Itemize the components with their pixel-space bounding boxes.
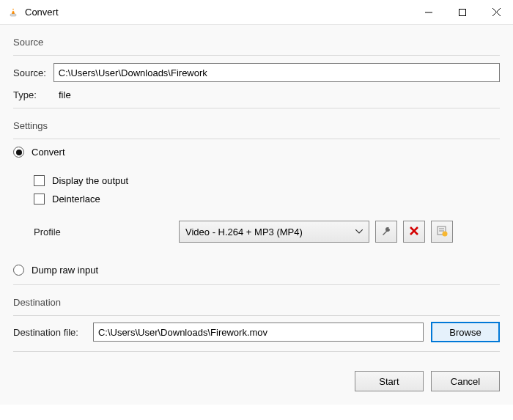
start-button[interactable]: Start <box>355 371 424 391</box>
destination-group: Destination Destination file: Browse <box>13 297 500 359</box>
chevron-down-icon <box>355 229 363 234</box>
settings-legend: Settings <box>13 120 500 133</box>
checkbox-icon <box>34 175 45 186</box>
destination-legend: Destination <box>13 297 500 309</box>
svg-rect-0 <box>10 14 16 16</box>
source-legend: Source <box>13 37 500 49</box>
start-button-label: Start <box>379 376 399 387</box>
client-area: Source Source: Type: file Settings Conve… <box>0 25 513 405</box>
svg-rect-1 <box>12 10 14 11</box>
display-output-checkbox[interactable]: Display the output <box>34 175 500 186</box>
checkbox-icon <box>34 194 45 205</box>
convert-radio-label: Convert <box>32 147 65 158</box>
dump-raw-radio[interactable]: Dump raw input <box>13 265 500 276</box>
maximize-button[interactable] <box>446 0 479 25</box>
deinterlace-checkbox[interactable]: Deinterlace <box>34 194 500 205</box>
delete-x-icon <box>409 226 419 238</box>
delete-profile-button[interactable] <box>403 221 425 243</box>
divider <box>13 284 500 285</box>
app-icon <box>7 7 19 18</box>
settings-group: Settings Convert Display the output Dein… <box>13 120 500 292</box>
browse-button-label: Browse <box>449 327 481 338</box>
window-title: Convert <box>25 7 412 18</box>
type-label: Type: <box>13 89 51 100</box>
source-label: Source: <box>13 67 46 78</box>
footer: Start Cancel <box>13 371 500 391</box>
divider <box>13 315 500 316</box>
close-button[interactable] <box>479 0 513 25</box>
dump-raw-label: Dump raw input <box>32 265 98 276</box>
svg-point-11 <box>443 231 448 236</box>
titlebar: Convert <box>0 0 513 25</box>
type-value: file <box>59 89 71 100</box>
destination-input[interactable] <box>93 323 424 342</box>
divider <box>13 55 500 56</box>
minimize-button[interactable] <box>412 0 446 25</box>
profile-combobox[interactable]: Video - H.264 + MP3 (MP4) <box>179 221 369 243</box>
edit-profile-button[interactable] <box>375 221 397 243</box>
new-profile-button[interactable] <box>431 221 453 243</box>
cancel-button-label: Cancel <box>451 376 480 387</box>
svg-rect-3 <box>460 9 466 15</box>
divider <box>13 108 500 108</box>
new-profile-icon <box>436 225 448 239</box>
radio-icon <box>13 265 24 276</box>
browse-button[interactable]: Browse <box>431 322 500 342</box>
divider <box>13 139 500 139</box>
display-output-label: Display the output <box>52 175 128 186</box>
source-input[interactable] <box>53 63 500 82</box>
profile-value: Video - H.264 + MP3 (MP4) <box>185 226 303 237</box>
deinterlace-label: Deinterlace <box>52 194 100 205</box>
radio-icon <box>13 147 24 158</box>
cancel-button[interactable]: Cancel <box>431 371 500 391</box>
wrench-icon <box>380 225 392 239</box>
profile-label: Profile <box>34 226 173 237</box>
convert-radio[interactable]: Convert <box>13 147 500 158</box>
destination-label: Destination file: <box>13 327 78 338</box>
divider <box>13 351 500 352</box>
source-group: Source Source: Type: file <box>13 37 500 116</box>
